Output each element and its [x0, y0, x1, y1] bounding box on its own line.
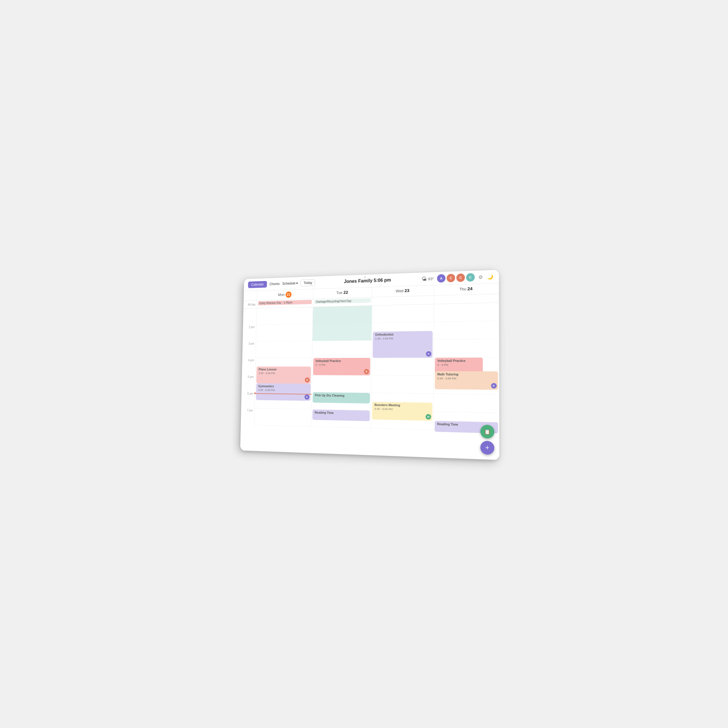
grid-cell — [434, 394, 499, 413]
time-label-6pm: 6 pm — [241, 392, 255, 408]
event-avatar-k2: K — [426, 351, 431, 356]
avatar-group: A C C C — [437, 273, 475, 283]
allday-cell-wed — [372, 295, 434, 305]
allday-event-garbage[interactable]: Garbage/Recycling/Yard Day — [314, 298, 371, 304]
event-boosters[interactable]: Boosters Meeting 5:30 - 6:30 PM M — [372, 402, 433, 421]
event-reading-tue[interactable]: Reading Time — [312, 410, 370, 421]
event-orthodontist[interactable]: Orthodontist 1:30 - 2:45 PM K — [373, 331, 433, 358]
event-piano-lesson[interactable]: Piano Lesson 3:30 - 4:30 PM E — [256, 367, 311, 384]
avatar-c3[interactable]: C — [466, 273, 475, 282]
grid-cell — [312, 340, 372, 358]
time-grid[interactable]: 2 pm 3 pm 4 pm — [240, 303, 499, 460]
calendar-body: Mon 21 Tue 22 Wed 23 Thu 24 All day — [240, 283, 499, 460]
chores-button[interactable]: Chores — [269, 282, 280, 286]
event-avatar-k: K — [304, 395, 309, 400]
schedule-button[interactable]: Schedule ▾ — [282, 281, 298, 286]
settings-button[interactable]: ⚙ — [478, 274, 483, 280]
weather-icon: 🌤 — [422, 276, 427, 282]
grid-cell — [313, 306, 372, 324]
time-label-7pm: 7 pm — [241, 408, 255, 425]
tablet-frame: Calendar Chores Schedule ▾ Today Jones F… — [240, 270, 499, 460]
allday-cell-tue: Garbage/Recycling/Yard Day — [313, 297, 372, 307]
allday-cell-thu — [434, 294, 499, 304]
avatar-a[interactable]: A — [437, 274, 445, 283]
allday-cell-mon: Early Release Day - 1:45pm — [257, 299, 314, 308]
grid-cell — [256, 341, 312, 358]
grid-cell — [312, 323, 372, 341]
avatar-c1[interactable]: C — [447, 274, 455, 282]
avatar-c2[interactable]: C — [456, 274, 465, 282]
fab-group: 📋 + — [480, 425, 494, 455]
time-label-1pm — [243, 308, 257, 325]
header-title: Jones Family 5:06 pm — [318, 276, 419, 285]
time-label-5pm: 5 pm — [242, 375, 255, 392]
grid-cell — [312, 375, 371, 393]
weather-widget: 🌤 83° — [422, 275, 434, 282]
grid-cell — [434, 321, 499, 340]
calendar-button[interactable]: Calendar — [248, 281, 267, 288]
day-header-tue: Tue 22 — [313, 288, 372, 299]
allday-label: All day — [243, 301, 257, 309]
event-avatar-e: E — [305, 378, 310, 382]
spacer — [244, 291, 257, 301]
event-dry-cleaning[interactable]: Pick Up Dry Cleaning — [313, 392, 370, 404]
fab-add-button[interactable]: + — [480, 440, 494, 454]
grid-cell — [371, 375, 434, 394]
current-time-dot — [254, 393, 256, 394]
grid-cell — [254, 408, 311, 427]
time-label-4pm: 4 pm — [242, 358, 256, 375]
event-math-tutoring[interactable]: Math Tutoring 3:45 - 4:45 PM K — [435, 371, 498, 390]
grid-cell — [372, 304, 434, 323]
event-avatar-k3: K — [491, 383, 497, 388]
time-label-3pm: 3 pm — [242, 341, 256, 358]
day-header-wed: Wed 23 — [372, 285, 434, 297]
day-header-mon: Mon 21 — [257, 289, 314, 300]
grid-cell — [434, 303, 499, 322]
tablet-inner: Calendar Chores Schedule ▾ Today Jones F… — [240, 270, 499, 460]
today-button[interactable]: Today — [301, 279, 315, 286]
event-volleyball-tue[interactable]: Volleyball Practice 3 - 4 PM E — [313, 358, 370, 375]
tablet-wrapper: Calendar Chores Schedule ▾ Today Jones F… — [233, 274, 495, 454]
event-gymnastics[interactable]: Gymnastics 4:30 - 5:30 PM K — [256, 383, 311, 401]
grid-cell — [256, 324, 313, 341]
grid-cell — [257, 307, 313, 325]
day-header-thu: Thu 24 — [434, 283, 499, 295]
sleep-button[interactable]: 🌙 — [486, 273, 494, 280]
event-avatar-m: M — [426, 414, 431, 420]
grid-cell — [371, 358, 434, 376]
chevron-down-icon: ▾ — [297, 281, 298, 285]
fab-list-button[interactable]: 📋 — [480, 425, 494, 439]
event-avatar-e2: E — [364, 369, 369, 374]
allday-event-early-release[interactable]: Early Release Day - 1:45pm — [258, 300, 312, 306]
grid-cell — [434, 339, 499, 358]
time-label-2pm: 2 pm — [243, 325, 256, 341]
